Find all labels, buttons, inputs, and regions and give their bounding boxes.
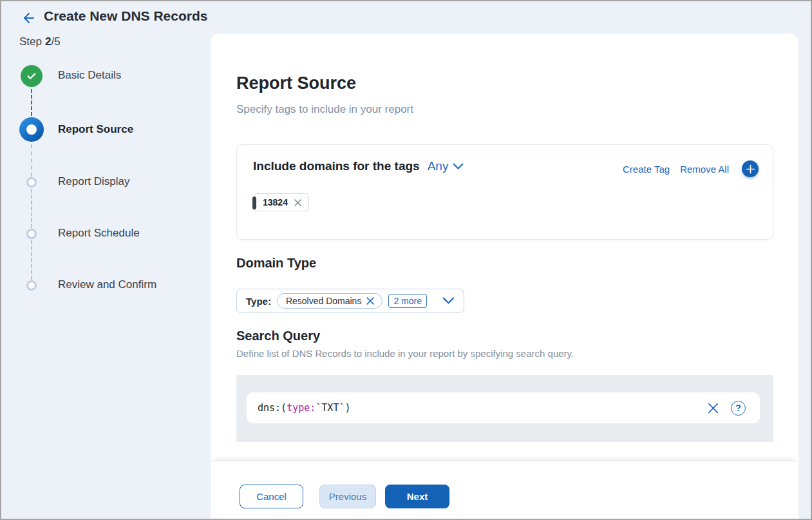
search-query-description: Define list of DNS Records to include in… xyxy=(236,348,574,359)
step-indicator: Step2/5 xyxy=(19,35,61,48)
more-types-badge[interactable]: 2 more xyxy=(388,294,427,308)
search-query-heading: Search Query xyxy=(236,329,320,343)
tag-match-dropdown[interactable]: Any xyxy=(428,159,464,173)
page-title: Create New DNS Records xyxy=(44,8,207,24)
stepper-connector xyxy=(31,89,32,116)
cancel-button[interactable]: Cancel xyxy=(240,485,303,508)
tags-card-title: Include domains for the tags xyxy=(253,159,420,173)
query-text: dns:(type:`TXT`) xyxy=(258,402,351,414)
step-total: /5 xyxy=(51,35,60,48)
help-icon[interactable]: ? xyxy=(731,401,746,416)
stepper-item-basic-details[interactable]: Basic Details xyxy=(14,63,201,89)
close-icon xyxy=(706,401,720,415)
wizard-footer: Cancel Previous Next xyxy=(211,461,798,520)
search-query-input[interactable]: dns:(type:`TXT`) ? xyxy=(247,392,760,423)
selected-type-label: Resolved Domains xyxy=(286,296,362,306)
stepper-item-label: Report Source xyxy=(58,123,133,136)
stepper-item-label: Basic Details xyxy=(58,69,121,82)
upcoming-step-icon xyxy=(26,280,37,291)
add-tag-button[interactable] xyxy=(742,160,759,177)
query-keyword: type: xyxy=(287,402,316,414)
domain-type-dropdown[interactable]: Type: Resolved Domains 2 more xyxy=(236,289,464,313)
stepper-item-report-schedule[interactable]: Report Schedule xyxy=(14,224,201,244)
stepper-connector xyxy=(31,189,32,228)
stepper-item-report-source[interactable]: Report Source xyxy=(14,116,201,143)
upcoming-step-icon xyxy=(26,177,37,188)
tag-match-value: Any xyxy=(428,159,449,173)
section-title: Report Source xyxy=(236,73,356,93)
query-editor-container: dns:(type:`TXT`) ? xyxy=(236,375,773,442)
next-button[interactable]: Next xyxy=(385,485,449,508)
section-subtitle: Specify tags to include in your report xyxy=(236,103,413,116)
back-button[interactable] xyxy=(21,10,37,26)
stepper-item-report-display[interactable]: Report Display xyxy=(14,172,201,193)
create-dns-records-wizard: Create New DNS Records Step2/5 Basic Det… xyxy=(0,0,812,520)
clear-query-button[interactable] xyxy=(706,401,720,415)
close-icon xyxy=(294,198,302,207)
plus-icon xyxy=(746,164,755,174)
close-icon[interactable] xyxy=(366,296,375,305)
previous-button[interactable]: Previous xyxy=(319,485,376,508)
back-arrow-icon xyxy=(21,10,37,26)
tag-color-bar xyxy=(252,197,256,209)
main-panel: Report Source Specify tags to include in… xyxy=(211,34,798,520)
domain-type-heading: Domain Type xyxy=(236,256,316,271)
type-label: Type: xyxy=(246,296,271,307)
stepper-item-label: Report Display xyxy=(58,175,130,188)
stepper-item-label: Report Schedule xyxy=(58,227,140,240)
check-circle-icon xyxy=(21,65,42,87)
chevron-down-icon[interactable] xyxy=(442,297,455,305)
active-step-icon xyxy=(19,117,44,142)
stepper-connector xyxy=(31,240,32,280)
selected-type-pill: Resolved Domains xyxy=(277,293,383,309)
step-label: Step xyxy=(19,35,42,48)
create-tag-link[interactable]: Create Tag xyxy=(623,164,670,175)
upcoming-step-icon xyxy=(26,229,37,239)
tag-remove-button[interactable] xyxy=(294,198,302,207)
stepper-item-review-confirm[interactable]: Review and Confirm xyxy=(14,275,201,296)
tag-chip-label: 13824 xyxy=(263,197,288,207)
remove-all-link[interactable]: Remove All xyxy=(680,164,729,175)
stepper-item-label: Review and Confirm xyxy=(58,278,156,291)
include-tags-card: Include domains for the tags Any Create … xyxy=(236,144,773,240)
tag-chip: 13824 xyxy=(253,193,309,211)
chevron-down-icon xyxy=(453,163,464,170)
